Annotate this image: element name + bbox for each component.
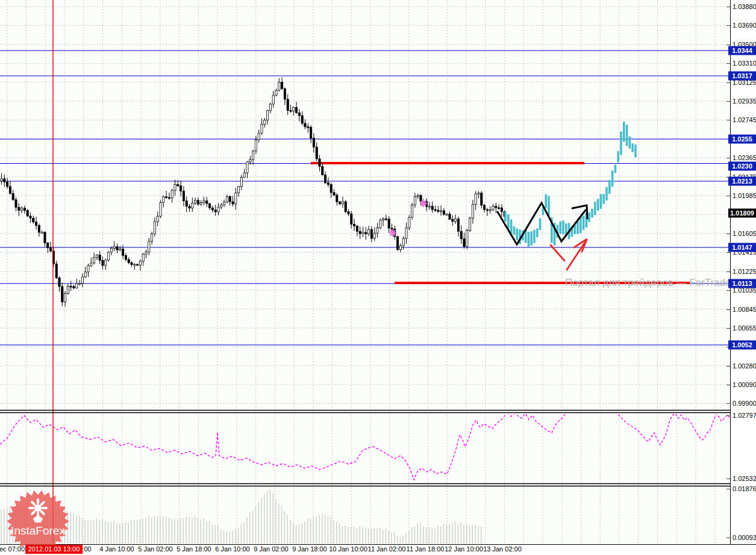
price-level-lines bbox=[0, 51, 729, 345]
price-level-badge: 1.0344 bbox=[728, 46, 756, 55]
time-label: ec 07:00 bbox=[0, 545, 25, 553]
price-label-tick bbox=[726, 25, 730, 26]
time-label: 10 Jan 10:00 bbox=[329, 545, 367, 553]
time-label: 5 Jan 02:00 bbox=[138, 545, 173, 553]
price-label: 1.03880 bbox=[733, 3, 756, 10]
price-level-badge: 1.0147 bbox=[728, 243, 756, 252]
histogram-axis-label-tick bbox=[726, 489, 730, 489]
price-label-tick bbox=[726, 158, 730, 158]
price-label: 1.03690 bbox=[733, 22, 756, 29]
price-label-tick bbox=[726, 290, 730, 291]
time-label: 12 Jan 10:00 bbox=[445, 545, 483, 553]
time-label: 11 Jan 18:00 bbox=[407, 545, 445, 553]
price-label-tick bbox=[726, 385, 730, 385]
price-label: 1.02745 bbox=[733, 116, 756, 123]
price-label: 1.02365 bbox=[733, 154, 756, 161]
cyan-wave-overlay bbox=[504, 122, 637, 247]
histogram-axis-label: 0.00093 bbox=[733, 534, 756, 541]
price-label-tick bbox=[726, 403, 730, 404]
price-label-tick bbox=[726, 120, 730, 120]
indicator-line bbox=[0, 409, 756, 480]
price-label-tick bbox=[726, 101, 730, 102]
price-label-tick bbox=[726, 45, 730, 45]
price-label-tick bbox=[726, 309, 730, 310]
price-label: 1.00280 bbox=[733, 362, 756, 370]
price-level-badge: 1.0052 bbox=[728, 341, 756, 350]
time-label: 4 Jan 10:00 bbox=[99, 545, 134, 553]
time-label: 9 Jan 18:00 bbox=[292, 545, 327, 553]
histogram-axis-label: 0.01876 bbox=[733, 485, 756, 492]
price-level-badge: 1.0230 bbox=[728, 162, 756, 171]
price-label-tick bbox=[726, 196, 730, 196]
price-level-badge: 1.0113 bbox=[728, 279, 756, 288]
time-label: 9 Jan 02:00 bbox=[254, 545, 289, 553]
watermark-text: Портал для трейдеров — ForTrader.ru bbox=[565, 277, 746, 289]
logo-text: InstaForex bbox=[11, 524, 65, 537]
time-label: 11 Jan 02:00 bbox=[368, 545, 406, 553]
timestamp-highlight: 2012.01.03 13:00 bbox=[25, 545, 83, 554]
mt4-chart-window[interactable]: Портал для трейдеров — ForTrader.ru Inst… bbox=[0, 0, 756, 555]
time-label: 5 Jan 18:00 bbox=[177, 545, 211, 553]
time-label: 6 Jan 10:00 bbox=[215, 545, 250, 553]
price-level-badge: 1.0255 bbox=[728, 135, 756, 144]
price-label: 1.01605 bbox=[733, 230, 756, 237]
current-price-badge: 1.01809 bbox=[728, 209, 756, 218]
price-label: 0.99900 bbox=[733, 400, 756, 407]
price-label-tick bbox=[726, 271, 730, 272]
price-label: 1.02935 bbox=[733, 98, 756, 105]
price-level-badge: 1.0317 bbox=[728, 72, 756, 81]
price-label: 1.00845 bbox=[733, 306, 756, 313]
price-label-tick bbox=[726, 366, 730, 367]
price-label: 1.00655 bbox=[733, 324, 756, 332]
price-label-tick bbox=[726, 252, 730, 253]
price-label-tick bbox=[726, 234, 730, 234]
price-label: 1.00090 bbox=[733, 381, 756, 388]
price-level-badge: 1.0213 bbox=[728, 177, 756, 186]
price-label: 1.01225 bbox=[733, 268, 756, 275]
price-label-tick bbox=[726, 7, 730, 7]
indicator-axis-label: 1.02797 bbox=[733, 412, 756, 419]
indicator-axis-label-tick bbox=[726, 479, 730, 479]
pane-separators bbox=[0, 411, 756, 486]
candle-series bbox=[1, 78, 505, 307]
grid bbox=[0, 0, 729, 544]
price-label-tick bbox=[726, 82, 730, 83]
indicator-axis-label-tick bbox=[726, 415, 730, 416]
indicator-axis-label: 1.02532 bbox=[733, 475, 756, 482]
histogram-axis-label-tick bbox=[726, 538, 730, 538]
time-label: 13 Jan 02:00 bbox=[483, 545, 522, 553]
price-label: 1.01985 bbox=[733, 192, 756, 199]
price-label-tick bbox=[726, 328, 730, 329]
price-label: 1.03310 bbox=[733, 60, 756, 67]
price-label-tick bbox=[726, 63, 730, 64]
